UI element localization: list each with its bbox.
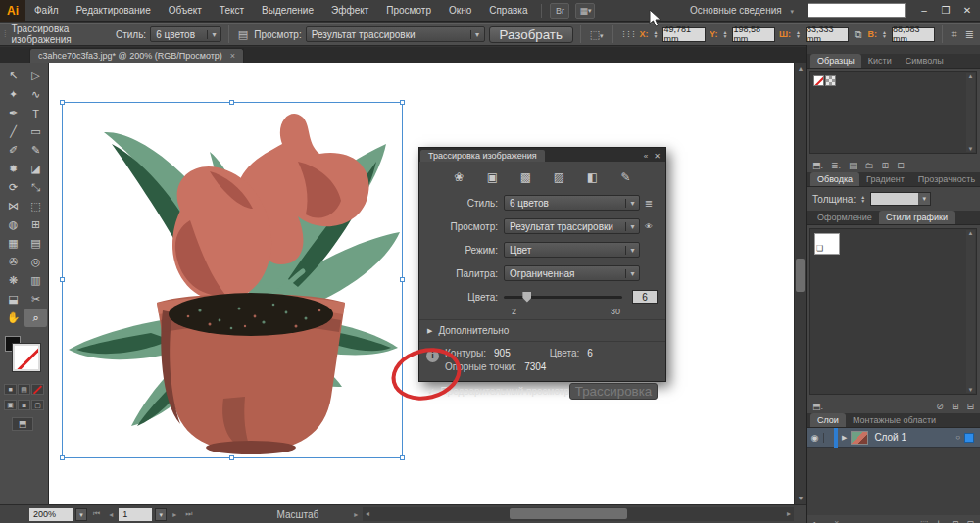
colors-slider[interactable] bbox=[504, 296, 622, 299]
width-stepper[interactable]: ▲▼ bbox=[796, 30, 801, 38]
scroll-up-icon[interactable]: ▲ bbox=[966, 73, 975, 79]
selection-handle[interactable] bbox=[60, 100, 65, 105]
new-swatch-icon[interactable]: ⊞ bbox=[882, 161, 890, 170]
bridge-icon[interactable]: Br bbox=[550, 3, 569, 19]
new-color-group-icon[interactable]: 🗀 bbox=[865, 161, 874, 170]
selection-bounding-box[interactable] bbox=[62, 102, 403, 458]
slice-tool[interactable]: ✂ bbox=[24, 290, 47, 309]
workspace-switcher[interactable]: Основные сведения ▾ bbox=[684, 5, 800, 16]
slider-thumb[interactable] bbox=[522, 292, 531, 303]
colors-value-field[interactable]: 6 bbox=[632, 290, 658, 304]
selection-handle[interactable] bbox=[400, 455, 405, 460]
document-tab[interactable]: c3ahce70c3fa3.jpg* @ 200% (RGB/Просмотр)… bbox=[29, 48, 244, 63]
height-value-field[interactable]: 88,083 mm bbox=[892, 27, 935, 42]
menu-item[interactable]: Файл bbox=[25, 0, 68, 22]
magic-wand-tool[interactable]: ✦ bbox=[2, 85, 24, 104]
preview-checkbox[interactable]: ✓ Предварительный просмотр bbox=[427, 386, 569, 397]
trace-button[interactable]: Трассировка bbox=[569, 383, 658, 400]
line-segment-tool[interactable]: ╱ bbox=[2, 122, 24, 141]
search-input[interactable] bbox=[808, 3, 906, 18]
palette-select[interactable]: Ограниченная▾ bbox=[504, 265, 640, 281]
type-tool[interactable]: T bbox=[24, 104, 47, 122]
delete-swatch-icon[interactable]: ⊟ bbox=[897, 161, 905, 170]
new-layer-icon[interactable]: ⊞ bbox=[952, 519, 959, 523]
draw-inside-button[interactable]: ▢ bbox=[31, 400, 44, 410]
select-similar-icon[interactable]: ⬚▾ bbox=[588, 28, 606, 41]
panel-tab[interactable]: Градиент bbox=[859, 172, 911, 186]
status-arrow-icon[interactable]: ▸ bbox=[351, 510, 361, 519]
trace-panel-titlebar[interactable]: Трассировка изображения « ✕ bbox=[419, 148, 665, 162]
paintbrush-tool[interactable]: ✐ bbox=[2, 141, 24, 160]
layer-name[interactable]: Слой 1 bbox=[874, 432, 906, 443]
artboard-number-field[interactable]: 1 bbox=[119, 508, 152, 521]
stroke-none-swatch[interactable] bbox=[13, 344, 40, 371]
collapse-panel-icon[interactable]: « bbox=[644, 152, 648, 161]
scroll-down-icon[interactable]: ▼ bbox=[966, 387, 975, 393]
screen-mode-button[interactable]: ⬒ bbox=[12, 417, 33, 431]
none-swatch[interactable] bbox=[813, 75, 824, 86]
advanced-section-toggle[interactable]: ▶ Дополнительно bbox=[419, 319, 665, 342]
auto-color-preset-icon[interactable]: ❀ bbox=[450, 169, 469, 185]
control-panel-menu-icon[interactable]: ≣ bbox=[963, 28, 976, 41]
menu-item[interactable]: Просмотр bbox=[377, 0, 440, 22]
styles-scrollbar[interactable]: ▲▼ bbox=[966, 230, 975, 393]
artboard-tool[interactable]: ⬓ bbox=[2, 290, 24, 309]
x-value-field[interactable]: 49,781 mm bbox=[662, 27, 706, 42]
menu-item[interactable]: Окно bbox=[440, 0, 480, 22]
selection-handle[interactable] bbox=[229, 100, 234, 105]
outline-preset-icon[interactable]: ✎ bbox=[616, 169, 636, 185]
style-select[interactable]: 6 цветов ▾ bbox=[150, 26, 221, 42]
scroll-up-icon[interactable]: ▲ bbox=[966, 230, 975, 236]
make-clip-mask-icon[interactable]: ⬚ bbox=[920, 519, 929, 523]
menu-item[interactable]: Редактирование bbox=[68, 0, 160, 22]
zoom-dropdown-icon[interactable]: ▾ bbox=[75, 508, 87, 521]
pen-tool[interactable]: ✒ bbox=[2, 104, 24, 122]
selected-art-indicator[interactable] bbox=[964, 433, 974, 443]
new-sublayer-icon[interactable]: ↳ bbox=[936, 519, 944, 523]
weight-combo-field[interactable]: ▾ bbox=[870, 192, 931, 206]
target-circle-icon[interactable]: ○ bbox=[956, 433, 964, 442]
menu-item[interactable]: Справка bbox=[480, 0, 536, 22]
none-button[interactable] bbox=[31, 384, 44, 395]
gradient-button[interactable]: ▤ bbox=[18, 384, 30, 395]
last-artboard-icon[interactable]: ⏭ bbox=[182, 509, 195, 519]
selection-handle[interactable] bbox=[400, 100, 405, 105]
rotate-tool[interactable]: ⟳ bbox=[2, 178, 24, 197]
eraser-tool[interactable]: ◪ bbox=[24, 160, 47, 178]
scroll-left-icon[interactable]: ◂ bbox=[363, 509, 372, 518]
direct-selection-tool[interactable]: ▷ bbox=[24, 67, 47, 85]
swatch-libraries-icon[interactable]: ⬒. bbox=[812, 161, 823, 170]
y-stepper[interactable]: ▲▼ bbox=[722, 30, 727, 38]
selection-handle[interactable] bbox=[60, 455, 65, 460]
panel-tab[interactable]: Слои bbox=[810, 413, 846, 427]
free-transform-tool[interactable]: ⬚ bbox=[24, 197, 47, 215]
layer-thumbnail[interactable] bbox=[851, 431, 868, 445]
low-color-preset-icon[interactable]: ▩ bbox=[516, 169, 536, 185]
locate-object-icon[interactable]: ⌕ bbox=[907, 519, 912, 523]
selection-handle[interactable] bbox=[60, 277, 65, 282]
style-libraries-icon[interactable]: ⬒. bbox=[812, 402, 823, 411]
panel-tab[interactable]: Кисти bbox=[861, 54, 899, 68]
symbol-sprayer-tool[interactable]: ❋ bbox=[2, 271, 24, 290]
preset-menu-icon[interactable]: ≣ bbox=[640, 198, 658, 209]
width-value-field[interactable]: 83,333 mm bbox=[806, 27, 849, 42]
selection-handle[interactable] bbox=[229, 455, 234, 460]
blob-brush-tool[interactable]: ✹ bbox=[2, 160, 24, 178]
delete-layer-icon[interactable]: ⊟ bbox=[966, 519, 974, 523]
graphic-style-thumbnail[interactable]: ❏ bbox=[814, 233, 840, 255]
panel-tab[interactable]: Образцы bbox=[810, 54, 861, 68]
y-value-field[interactable]: 198,58 mm bbox=[732, 27, 775, 42]
selection-tool[interactable]: ↖ bbox=[2, 67, 24, 85]
preview-select[interactable]: Результат трассировки ▾ bbox=[306, 26, 485, 42]
eyedropper-tool[interactable]: ✇ bbox=[2, 253, 24, 271]
break-link-icon[interactable]: ⊘ bbox=[936, 402, 944, 411]
panel-tab[interactable]: Символы bbox=[899, 54, 951, 68]
transform-icon[interactable]: ⌗ bbox=[950, 28, 959, 41]
scrollbar-thumb[interactable] bbox=[510, 508, 627, 519]
fill-stroke-indicator[interactable] bbox=[4, 335, 45, 376]
panel-grip[interactable]: ⁞ bbox=[4, 29, 6, 39]
horizontal-scrollbar[interactable]: ◂ ▸ bbox=[363, 507, 794, 521]
high-color-preset-icon[interactable]: ▣ bbox=[483, 169, 503, 185]
draw-normal-button[interactable]: ▣ bbox=[4, 400, 17, 410]
column-graph-tool[interactable]: ▥ bbox=[24, 271, 47, 290]
